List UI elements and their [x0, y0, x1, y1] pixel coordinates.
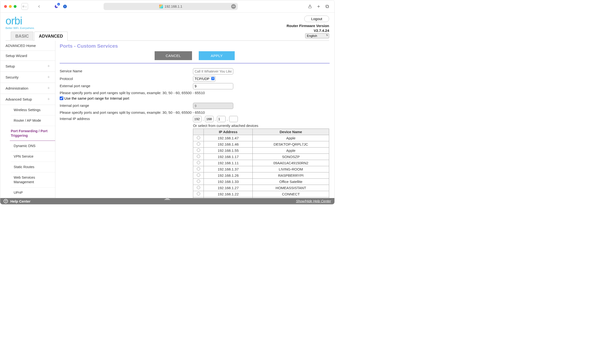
- ip-octet-3-input[interactable]: [217, 116, 226, 122]
- device-select-radio[interactable]: [197, 186, 200, 189]
- subnav-vpn-service[interactable]: VPN Service: [11, 151, 55, 162]
- subnav-static-routes[interactable]: Static Routes: [11, 162, 55, 172]
- onepassword-icon[interactable]: [62, 3, 68, 10]
- cancel-button[interactable]: CANCEL: [155, 51, 192, 60]
- ip-octet-2-input[interactable]: [205, 116, 214, 122]
- subnav-web-services[interactable]: Web Services Management: [11, 172, 55, 187]
- device-select-radio[interactable]: [197, 155, 200, 158]
- device-name-cell: CONNECT: [253, 191, 329, 197]
- same-port-label: Use the same port range for Internal por…: [64, 96, 129, 100]
- table-row: 192.168.1.26RASPBERRYPI: [193, 172, 329, 179]
- device-ip-cell: 192.168.1.11: [204, 160, 253, 166]
- close-window-icon[interactable]: [4, 5, 7, 8]
- back-button[interactable]: [36, 3, 42, 10]
- extension-icon[interactable]: u: [53, 3, 60, 10]
- plus-icon: +: [47, 75, 50, 80]
- internal-port-hint: Please specify ports and port ranges spl…: [60, 110, 330, 115]
- device-select-radio[interactable]: [197, 142, 200, 146]
- tab-advanced[interactable]: ADVANCED: [34, 32, 68, 41]
- device-name-cell: Apple: [253, 135, 329, 141]
- table-row: 192.168.1.27HOMEASSISTANT: [193, 185, 329, 191]
- device-ip-cell: 192.168.1.46: [204, 141, 253, 148]
- or-select-label: Or select from currently attached device…: [193, 124, 329, 128]
- internal-ip-label: Internal IP address: [60, 116, 193, 121]
- nav-administration[interactable]: Administration+: [0, 83, 55, 94]
- page-title: Ports - Custom Services: [60, 43, 330, 49]
- tab-basic[interactable]: BASIC: [11, 32, 33, 41]
- nav-setup[interactable]: Setup+: [0, 61, 55, 72]
- ip-octet-1-input[interactable]: [193, 116, 202, 122]
- external-port-input[interactable]: [193, 83, 233, 89]
- help-center-title: Help Center: [10, 199, 30, 203]
- table-header-ip: IP Address: [204, 129, 253, 135]
- device-ip-cell: 192.168.1.26: [204, 172, 253, 179]
- external-port-label: External port range: [60, 83, 193, 88]
- minimize-window-icon[interactable]: [9, 5, 12, 8]
- table-header-select: [193, 129, 204, 135]
- nav-security[interactable]: Security+: [0, 72, 55, 83]
- help-center-bar[interactable]: ? Help Center Show/Hide Help Center: [0, 198, 334, 204]
- svg-rect-8: [326, 5, 328, 7]
- firmware-version-label: Router Firmware VersionV2.7.4.24: [286, 23, 329, 33]
- service-name-input[interactable]: [193, 68, 233, 75]
- sidebar-toggle-button[interactable]: ⌄: [21, 3, 28, 10]
- device-select-radio[interactable]: [197, 149, 200, 152]
- subnav-dynamic-dns[interactable]: Dynamic DNS: [11, 141, 55, 151]
- help-icon: ?: [4, 199, 8, 203]
- device-ip-cell: 192.168.1.33: [204, 179, 253, 185]
- device-select-radio[interactable]: [197, 167, 200, 171]
- share-button[interactable]: [307, 3, 313, 10]
- language-select[interactable]: English: [305, 33, 329, 38]
- page-settings-icon[interactable]: •••: [231, 4, 236, 9]
- device-select-radio[interactable]: [197, 136, 200, 139]
- device-table: IP Address Device Name 192.168.1.47Apple…: [193, 129, 329, 204]
- subnav-wireless-settings[interactable]: Wireless Settings: [11, 105, 55, 116]
- table-row: 192.168.1.55Apple: [193, 148, 329, 154]
- device-ip-cell: 192.168.1.55: [204, 148, 253, 154]
- svg-rect-3: [65, 5, 65, 7]
- brand-tagline: Better WiFi. Everywhere.: [6, 27, 329, 29]
- device-name-cell: SONOSZP: [253, 154, 329, 160]
- new-tab-button[interactable]: [315, 3, 322, 10]
- page-header: orbi Better WiFi. Everywhere. Logout Rou…: [0, 13, 334, 41]
- nav-advanced-setup[interactable]: Advanced Setup+: [0, 94, 55, 105]
- subnav-upnp[interactable]: UPnP: [11, 187, 55, 198]
- fullscreen-window-icon[interactable]: [14, 5, 16, 8]
- address-bar[interactable]: 192.168.1.1 •••: [104, 3, 238, 10]
- help-toggle-link[interactable]: Show/Hide Help Center: [296, 199, 331, 203]
- nav-setup-wizard[interactable]: Setup Wizard: [0, 51, 55, 61]
- device-ip-cell: 192.168.1.17: [204, 154, 253, 160]
- table-header-name: Device Name: [253, 129, 329, 135]
- apply-button[interactable]: APPLY: [199, 51, 235, 60]
- same-port-checkbox[interactable]: [60, 96, 63, 100]
- favicon-icon: [159, 5, 163, 8]
- device-name-cell: Office Satellite: [253, 179, 329, 185]
- browser-toolbar: ⌄ u 192.168.1.1 •••: [0, 0, 334, 13]
- device-name-cell: HOMEASSISTANT: [253, 185, 329, 191]
- tab-overview-button[interactable]: [324, 3, 331, 10]
- device-select-radio[interactable]: [197, 173, 200, 177]
- protocol-label: Protocol: [60, 76, 193, 81]
- nav-advanced-home[interactable]: ADVANCED Home: [0, 41, 55, 51]
- table-row: 192.168.1.37LIVING-ROOM: [193, 166, 329, 172]
- device-name-cell: DESKTOP-QRPL7JC: [253, 141, 329, 148]
- svg-rect-7: [326, 6, 329, 8]
- plus-icon: +: [47, 86, 50, 91]
- ip-octet-4-input[interactable]: [229, 116, 238, 122]
- subnav-router-ap-mode[interactable]: Router / AP Mode: [11, 116, 55, 126]
- device-select-radio[interactable]: [197, 192, 200, 195]
- service-name-label: Service Name: [60, 68, 193, 73]
- device-name-cell: 09AA01AC49150RN2: [253, 160, 329, 166]
- internal-port-input: [193, 103, 233, 109]
- protocol-select[interactable]: TCP/UDP: [193, 76, 215, 82]
- device-select-radio[interactable]: [197, 180, 200, 183]
- logout-button[interactable]: Logout: [304, 16, 329, 22]
- device-select-radio[interactable]: [197, 161, 200, 164]
- chevron-up-icon[interactable]: [164, 198, 171, 200]
- table-row: 192.168.1.17SONOSZP: [193, 154, 329, 160]
- device-ip-cell: 192.168.1.47: [204, 135, 253, 141]
- subnav-port-forwarding[interactable]: Port Forwarding / Port Triggering: [10, 126, 55, 141]
- brand-logo: orbi: [6, 16, 329, 26]
- plus-icon: +: [47, 97, 50, 102]
- table-row: 192.168.1.46DESKTOP-QRPL7JC: [193, 141, 329, 148]
